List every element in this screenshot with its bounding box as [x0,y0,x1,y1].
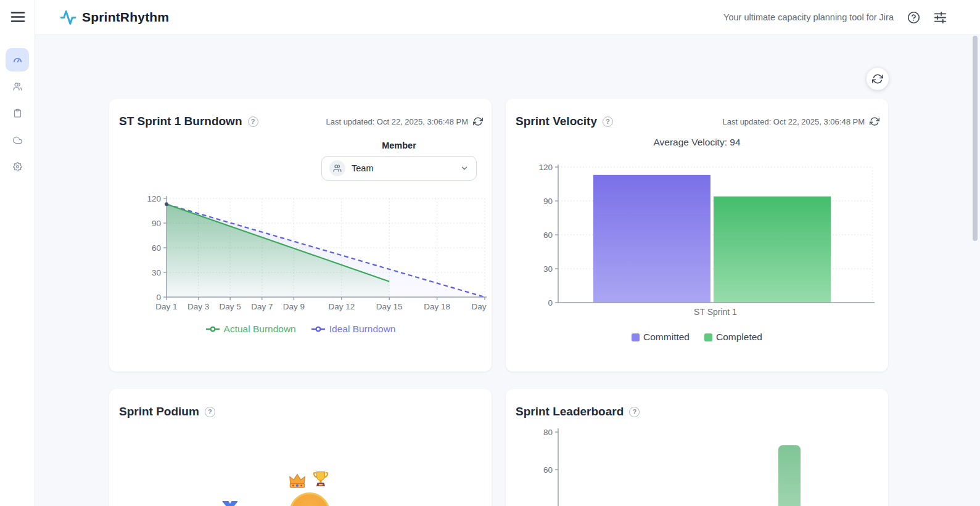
topbar-right: Your ultimate capacity planning tool for… [723,11,947,24]
svg-text:0: 0 [156,293,161,302]
svg-text:80: 80 [543,428,553,437]
svg-text:120: 120 [538,163,553,172]
velocity-title: Sprint Velocity [516,115,597,128]
clipboard-icon [13,108,22,118]
first-place-avatar [289,492,330,506]
app-title: SprintRhythm [82,10,169,25]
burndown-help-icon[interactable]: ? [248,116,258,127]
gauge-icon [12,55,23,65]
burndown-legend: Actual BurndownIdeal Burndown [109,324,492,335]
refresh-icon [872,73,883,84]
legend-label: Committed [643,332,690,343]
burndown-card: ST Sprint 1 Burndown ? Last updated: Oct… [109,99,492,372]
chevron-down-icon [460,164,469,173]
legend-item[interactable]: Committed [632,332,690,343]
activity-logo-icon [60,9,76,26]
svg-text:Day 3: Day 3 [187,302,209,311]
leaderboard-card: Sprint Leaderboard ? 8060 [506,389,888,506]
svg-text:90: 90 [543,197,553,206]
podium-title: Sprint Podium [119,405,199,418]
svg-text:Day 15: Day 15 [376,302,403,311]
legend-item[interactable]: Completed [704,332,762,343]
sidebar [0,0,35,506]
svg-text:Day 5: Day 5 [220,302,241,311]
podium-card: Sprint Podium ? [109,389,492,506]
cloud-icon [13,136,22,145]
legend-item[interactable]: Actual Burndown [205,324,296,335]
crown-icon [289,473,306,489]
sidebar-item-board[interactable] [6,104,29,121]
hamburger-icon [10,11,25,23]
legend-label: Ideal Burndown [329,324,396,335]
svg-text:Day 12: Day 12 [328,302,355,311]
velocity-last-updated: Last updated: Oct 22, 2025, 3:06:48 PM [722,117,865,126]
svg-text:120: 120 [147,194,161,203]
svg-text:90: 90 [152,219,161,228]
velocity-legend: CommittedCompleted [506,332,888,343]
svg-text:60: 60 [543,231,553,240]
medal-ribbon-icon [222,501,238,506]
legend-item[interactable]: Ideal Burndown [311,324,396,335]
top-header: SprintRhythm Your ultimate capacity plan… [35,0,980,35]
sidebar-item-settings[interactable] [6,158,29,175]
sidebar-item-dashboard[interactable] [6,48,29,71]
podium-card-header: Sprint Podium ? [119,405,483,418]
sidebar-item-cloud[interactable] [6,131,29,149]
velocity-chart: 0306090120ST Sprint 1 [506,153,888,322]
velocity-help-icon[interactable]: ? [603,116,613,127]
tagline: Your ultimate capacity planning tool for… [723,12,894,22]
member-label: Member [321,141,477,150]
svg-text:ST Sprint 1: ST Sprint 1 [694,307,737,317]
dashboard-content: ST Sprint 1 Burndown ? Last updated: Oct… [35,35,980,506]
legend-swatch [704,333,712,341]
svg-text:30: 30 [152,268,161,277]
legend-label: Completed [716,332,762,343]
svg-text:Day 7: Day 7 [251,302,273,311]
average-velocity-text: Average Velocity: 94 [506,137,888,148]
member-select-value: Team [352,163,373,173]
velocity-refresh-button[interactable] [870,116,879,126]
brand: SprintRhythm [60,9,169,26]
gear-icon [13,162,22,171]
burndown-title: ST Sprint 1 Burndown [119,115,242,128]
burndown-refresh-button[interactable] [473,116,483,126]
svg-text:60: 60 [152,243,161,253]
trophy-icon [313,471,329,489]
sidebar-item-team[interactable] [6,78,29,95]
podium-help-icon[interactable]: ? [205,407,215,417]
svg-text:60: 60 [543,465,553,475]
help-icon [907,11,920,24]
refresh-icon [870,116,879,126]
menu-toggle-button[interactable] [10,11,26,25]
app-root: SprintRhythm Your ultimate capacity plan… [0,0,980,506]
velocity-card-header: Sprint Velocity ? Last updated: Oct 22, … [516,115,879,128]
velocity-card: Sprint Velocity ? Last updated: Oct 22, … [506,99,888,372]
svg-text:Day 1: Day 1 [155,302,177,311]
help-button[interactable] [907,11,920,24]
legend-line-marker [205,325,220,333]
member-select-chip [329,160,345,176]
users-icon [333,164,342,173]
leaderboard-chart: 8060 [506,416,888,506]
refresh-all-button[interactable] [867,68,889,90]
preferences-button[interactable] [934,12,947,23]
member-filter: Member Team [321,141,477,181]
svg-text:30: 30 [543,264,553,274]
burndown-last-updated: Last updated: Oct 22, 2025, 3:06:48 PM [326,117,468,126]
svg-text:Day 21: Day 21 [472,302,488,311]
burndown-chart: 0306090120Day 1Day 3Day 5Day 7Day 9Day 1… [131,187,488,322]
sliders-icon [934,12,947,23]
refresh-icon [473,116,483,126]
svg-text:0: 0 [548,298,553,308]
legend-line-marker [311,325,326,333]
users-icon [13,82,22,91]
svg-text:Day 9: Day 9 [283,302,305,311]
legend-label: Actual Burndown [224,324,296,335]
scrollbar-thumb[interactable] [973,36,978,241]
burndown-card-header: ST Sprint 1 Burndown ? Last updated: Oct… [119,115,483,128]
leaderboard-help-icon[interactable]: ? [629,407,640,417]
legend-swatch [632,333,640,341]
member-select[interactable]: Team [321,156,477,181]
svg-text:Day 18: Day 18 [424,302,450,311]
